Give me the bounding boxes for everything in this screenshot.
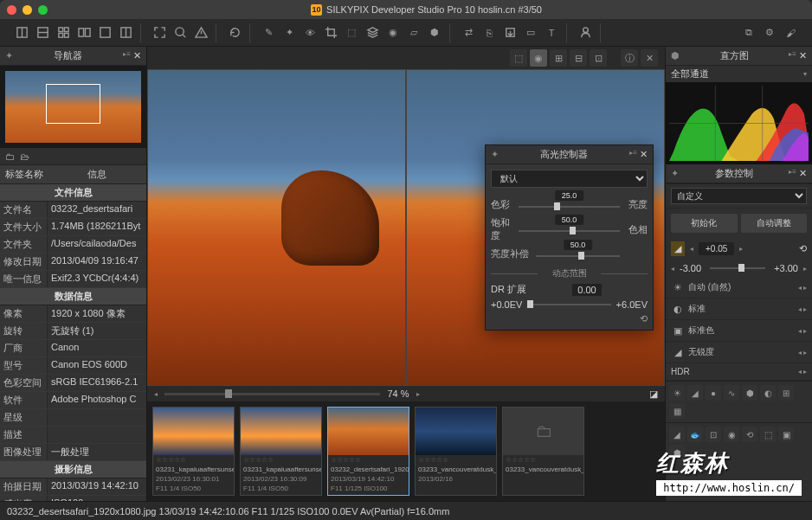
tree-icon[interactable]: 🗁 <box>20 151 29 162</box>
meta-tags-header: 标签名称 <box>5 168 53 181</box>
reset-ev-icon[interactable]: ⟲ <box>799 243 807 254</box>
app-icon: 10 <box>311 4 322 16</box>
zoom-icon[interactable] <box>171 23 190 42</box>
reset-icon[interactable]: ⟲ <box>640 313 648 324</box>
meta-row: 文件大小1.74MB (1826211Byt <box>0 219 146 236</box>
windows-icon[interactable]: ⧉ <box>739 23 758 42</box>
single-icon[interactable] <box>95 23 114 42</box>
grid-icon[interactable] <box>54 23 73 42</box>
fit-icon[interactable] <box>150 23 169 42</box>
exposure-icon[interactable]: ◢ <box>671 241 685 256</box>
meta-row: 修改日期2013/04/09 19:16:47 <box>0 254 146 271</box>
preview-toolbar: ⬚ ◉ ⊞ ⊟ ⊡ ⓘ ✕ <box>147 47 665 69</box>
layout-1-icon[interactable] <box>12 23 31 42</box>
sliders-icon[interactable]: ⚙ <box>760 23 779 42</box>
micon-4[interactable]: ∿ <box>724 385 739 401</box>
highlight-preset-select[interactable]: 默认 <box>491 170 648 188</box>
stamp-icon[interactable]: ◉ <box>383 23 403 42</box>
preset-select[interactable]: 自定义 <box>671 188 807 204</box>
mask-icon[interactable]: ⬢ <box>425 23 444 42</box>
micon-7[interactable]: ⊞ <box>778 385 794 401</box>
thumbnail[interactable]: ☆☆☆☆☆03231_kapaluaaftersunset_192013/02/… <box>152 407 235 496</box>
layout-2-icon[interactable] <box>33 23 52 42</box>
copy-settings-icon[interactable]: ⇄ <box>459 23 478 42</box>
maximize-window[interactable] <box>38 5 48 15</box>
zoom-out-icon[interactable]: ◂ <box>154 390 158 398</box>
micon-2[interactable]: ◢ <box>687 385 703 401</box>
pv-tool-4[interactable]: ⊟ <box>570 49 587 67</box>
redeye-icon[interactable]: 👁 <box>300 23 319 42</box>
zoom-bar: ◂ 74 % ▸ ◪ <box>147 386 665 401</box>
highlight-controller-panel[interactable]: ✦高光控制器▸≡ ✕ 默认 色彩 25.0 亮度 饱和度 50.0 色相 亮度补… <box>485 144 654 331</box>
pv-tool-3[interactable]: ⊞ <box>550 49 567 67</box>
zoom-in-icon[interactable]: ▸ <box>416 390 420 398</box>
crop-icon[interactable] <box>321 23 340 42</box>
meta-row: 像素1920 x 1080 像素 <box>0 305 146 323</box>
init-button[interactable]: 初始化 <box>671 214 738 233</box>
layers-icon[interactable] <box>363 23 382 42</box>
meta-section-header: 文件信息 <box>0 184 146 202</box>
navigator-preview[interactable] <box>0 66 146 148</box>
brightness-comp-slider[interactable]: 亮度补偿 50.0 <box>491 247 648 260</box>
channel-label[interactable]: 全部通道 <box>671 67 709 80</box>
meta-row: 图像处理一般处理 <box>0 444 146 461</box>
text-icon[interactable]: T <box>542 23 561 42</box>
svg-rect-5 <box>64 28 68 32</box>
thumbnail-strip: ☆☆☆☆☆03231_kapaluaaftersunset_192013/02/… <box>147 401 665 501</box>
zoom-value: 74 % <box>387 388 409 399</box>
micon-5[interactable]: ⬢ <box>742 385 757 401</box>
thumbnail[interactable]: ☆☆☆☆☆03233_vancouveratdusk_19202013/02/1… <box>415 407 497 496</box>
svg-rect-8 <box>78 29 83 36</box>
split-icon[interactable] <box>116 23 135 42</box>
micon-8[interactable]: ▦ <box>669 403 685 419</box>
pv-info-icon[interactable]: ⓘ <box>621 49 638 67</box>
ev-value: +0.05 <box>699 242 734 255</box>
micon-3[interactable]: ● <box>706 385 721 401</box>
thumbnail[interactable]: 🗀☆☆☆☆☆03233_vancouveratdusk_1920 <box>502 407 584 496</box>
meta-row: 文件名03232_desertsafari <box>0 202 146 219</box>
pv-tool-2[interactable]: ◉ <box>530 49 547 67</box>
adjust-row[interactable]: ◢无锐度◂ ▸ <box>666 342 812 363</box>
auto-button[interactable]: 自动调整 <box>741 214 808 233</box>
screen-icon[interactable]: ▭ <box>521 23 540 42</box>
hue-brightness-slider[interactable]: 色彩 25.0 亮度 <box>491 198 648 211</box>
folder-icon[interactable]: 🗀 <box>5 151 15 162</box>
close-window[interactable] <box>7 5 16 15</box>
tool-icons-1: ☀◢●∿⬢◐⊞▦ <box>666 381 812 422</box>
pv-tool-5[interactable]: ⊡ <box>590 49 607 67</box>
export-icon[interactable] <box>500 23 519 42</box>
adjust-row[interactable]: ☀自动 (自然)◂ ▸ <box>666 277 812 299</box>
paste-icon[interactable]: ⎘ <box>480 23 499 42</box>
pv-tool-1[interactable]: ⬚ <box>510 49 527 67</box>
paint-icon[interactable]: 🖌 <box>781 23 800 42</box>
svg-rect-10 <box>100 28 109 37</box>
brush-icon[interactable]: ✎ <box>259 23 278 42</box>
adjust-row[interactable]: ◐标准◂ ▸ <box>666 299 812 320</box>
saturation-hue-slider[interactable]: 饱和度 50.0 色相 <box>491 216 648 242</box>
main-toolbar: ✎ ✦ 👁 ⬚ ◉ ▱ ⬢ ⇄ ⎘ ▭ T ⧉ ⚙ 🖌 <box>0 19 812 47</box>
thumbnail[interactable]: ☆☆☆☆☆03231_kapaluaaftersunset_192013/02/… <box>240 407 322 496</box>
svg-line-14 <box>183 35 185 37</box>
rotate-icon[interactable] <box>225 23 244 42</box>
thumbnail[interactable]: ☆☆☆☆☆03232_desertsafari_1920x102013/03/1… <box>327 407 409 496</box>
warning-icon[interactable] <box>191 23 210 42</box>
compare-icon[interactable] <box>74 23 93 42</box>
straighten-icon[interactable]: ⬚ <box>342 23 361 42</box>
preview-mode-icon[interactable]: ◪ <box>649 388 658 400</box>
svg-point-13 <box>175 28 183 35</box>
micon-1[interactable]: ☀ <box>669 385 685 401</box>
adjust-row[interactable]: ▣标准色◂ ▸ <box>666 320 812 342</box>
person-icon[interactable] <box>576 23 595 42</box>
metadata-panel: 文件信息文件名03232_desertsafari文件大小1.74MB (182… <box>0 184 146 501</box>
zoom-slider[interactable] <box>164 393 380 395</box>
svg-rect-4 <box>58 28 62 32</box>
erase-icon[interactable]: ▱ <box>404 23 423 42</box>
minimize-window[interactable] <box>23 5 32 15</box>
dust-icon[interactable]: ✦ <box>280 23 299 42</box>
micon-6[interactable]: ◐ <box>760 385 776 401</box>
pv-close-icon[interactable]: ✕ <box>641 49 658 67</box>
close-panel-icon[interactable]: ✕ <box>133 50 141 61</box>
panel-menu-icon[interactable]: ▸≡ <box>123 50 131 61</box>
close-icon[interactable]: ✕ <box>640 149 648 160</box>
meta-row: 型号Canon EOS 600D <box>0 357 146 375</box>
